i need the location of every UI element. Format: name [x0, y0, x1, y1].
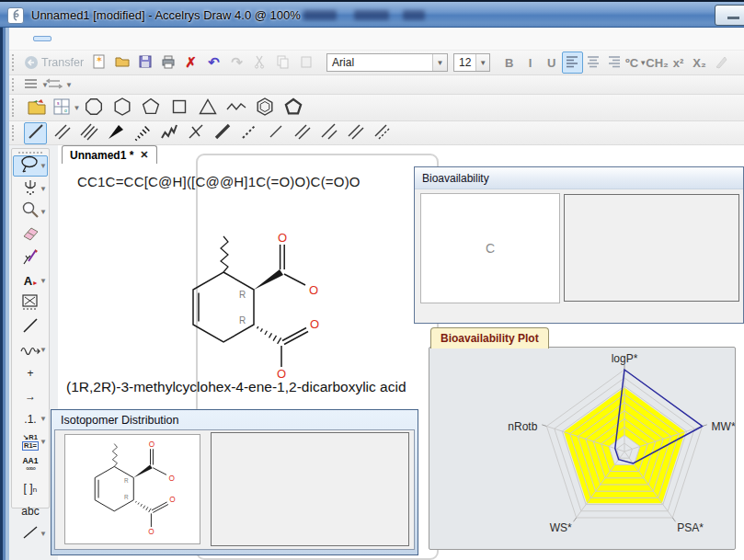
menu-item[interactable]: [74, 36, 92, 41]
radar-axis-label: WS*: [550, 521, 572, 534]
text-tool[interactable]: abc▼: [13, 500, 48, 521]
table-template-icon[interactable]: so▼: [52, 95, 78, 120]
sequence-tool[interactable]: AA1∞∞▼: [13, 454, 48, 475]
wavy-bond-icon[interactable]: [157, 122, 180, 144]
cyclohexane-icon: [111, 96, 133, 120]
chain-icon[interactable]: ▼: [223, 95, 249, 120]
print-icon[interactable]: [156, 51, 179, 74]
cyclohexane-icon[interactable]: ▼: [109, 95, 135, 120]
double-bond-2-icon[interactable]: [344, 122, 367, 144]
toolbar-grip[interactable]: [12, 98, 19, 117]
tab-close-icon[interactable]: ✕: [140, 149, 148, 161]
font-size-select[interactable]: 12 ▼: [453, 53, 490, 72]
document-tab[interactable]: Unnamed1 * ✕: [62, 145, 157, 164]
bold-bond-icon[interactable]: [211, 122, 234, 144]
minimize-button[interactable]: [715, 5, 744, 26]
align-center-icon[interactable]: ▼: [583, 51, 604, 74]
wedge-hash-bond-icon[interactable]: [131, 122, 154, 144]
double-even-bond-icon[interactable]: [291, 122, 314, 144]
wavy-arrow-tool[interactable]: ▼: [13, 339, 48, 360]
single-thin-bond-icon[interactable]: [264, 122, 287, 144]
pen-tool[interactable]: ▼: [13, 247, 48, 269]
plot-tab[interactable]: Bioavailability Plot: [430, 327, 549, 349]
single-bond-tool[interactable]: ▼: [13, 316, 48, 337]
pen-button[interactable]: ▼: [710, 51, 731, 74]
dashed-bond-icon[interactable]: [237, 122, 260, 144]
either-bond-icon[interactable]: [184, 122, 207, 144]
resize-arrows-icon[interactable]: ▼: [47, 74, 70, 96]
transfer-button[interactable]: Transfer: [24, 55, 84, 70]
align-right-icon[interactable]: ▼: [604, 51, 625, 74]
title-bar[interactable]: Unnamed1 [modified] - Accelrys Draw 4.0 …: [0, 0, 744, 28]
save-icon[interactable]: [133, 51, 156, 74]
copy-icon[interactable]: [271, 51, 294, 74]
pen-tool: [20, 246, 40, 269]
align-left-icon[interactable]: ▼: [562, 51, 583, 74]
paste-icon[interactable]: [294, 51, 317, 74]
delete-icon[interactable]: ✗: [179, 51, 202, 74]
chevron-down-icon: ▼: [74, 104, 81, 112]
underline-button[interactable]: U▼: [541, 51, 562, 74]
double-offset-bond-icon: [319, 121, 339, 144]
plus-tool[interactable]: +▼: [13, 362, 48, 383]
font-family-select[interactable]: Arial ▼: [326, 53, 448, 72]
redo-icon[interactable]: ↷: [225, 51, 248, 74]
subscript-button[interactable]: X₂▼: [689, 51, 710, 74]
bioavailability-title-bar[interactable]: Bioavailability: [415, 167, 743, 189]
menu-item[interactable]: [53, 36, 72, 41]
superscript-button[interactable]: x²▼: [668, 51, 689, 74]
open-file-icon[interactable]: [110, 51, 133, 74]
palette-grip[interactable]: [18, 152, 42, 154]
svg-text:O: O: [310, 317, 319, 331]
menu-item[interactable]: [13, 36, 31, 41]
new-document-icon[interactable]: ✶: [87, 51, 110, 74]
fragment-tool[interactable]: ▼: [13, 178, 48, 200]
benzene-icon[interactable]: ▼: [252, 95, 278, 120]
menu-item[interactable]: [33, 36, 52, 41]
double-bond-icon[interactable]: [51, 122, 74, 144]
isotopomer-title-bar[interactable]: Isotopomer Distribution: [54, 411, 415, 429]
rgroup-tool: ↘R1R1=: [22, 434, 39, 451]
lasso-select-tool[interactable]: ▼: [13, 155, 48, 177]
molecule-structure[interactable]: O O O O R R: [184, 225, 322, 386]
chevron-down-icon: ▼: [475, 54, 489, 71]
template-library-icon[interactable]: ▼: [24, 95, 50, 120]
single-bond-icon[interactable]: [24, 122, 47, 144]
smiles-text[interactable]: CC1C=CC[C@H]([C@@H]1C(=O)O)C(=O)O: [77, 174, 361, 189]
line-tool[interactable]: ▼: [13, 523, 48, 544]
menu-item[interactable]: [134, 36, 153, 41]
secondary-toolbar: ▼▼: [9, 75, 744, 95]
cyclooctane-icon[interactable]: ▼: [81, 95, 107, 120]
italic-button[interactable]: I▼: [520, 51, 541, 74]
bracket-tool[interactable]: [ ]ₙ▼: [13, 477, 48, 498]
atom-tool[interactable]: A▸▼: [13, 270, 48, 291]
cyclopropane-icon[interactable]: ▼: [195, 95, 221, 120]
cyclobutane-icon[interactable]: ▼: [166, 95, 192, 120]
single-bond-tool: [20, 315, 40, 338]
ch2-button[interactable]: CH₂▼: [647, 51, 668, 74]
cut-icon[interactable]: [248, 51, 271, 74]
menu-item[interactable]: [94, 36, 112, 41]
condition-button[interactable]: ºC▼: [625, 51, 647, 74]
chevron-down-icon: ▼: [40, 162, 47, 170]
arrow-tool[interactable]: →▼: [13, 385, 48, 406]
zoom-tool[interactable]: ▼: [13, 201, 48, 223]
toolbar-grip[interactable]: [12, 54, 19, 71]
eraser-tool[interactable]: ▼: [13, 224, 48, 246]
double-offset-bond-icon[interactable]: [317, 122, 340, 144]
bold-button[interactable]: B▼: [498, 51, 520, 74]
undo-icon[interactable]: ↶: [202, 51, 225, 74]
toolbar-grip[interactable]: [12, 78, 19, 91]
cyclopentadiene-icon[interactable]: ▼: [280, 95, 306, 120]
sketch-tool[interactable]: ▼: [13, 293, 48, 314]
rgroup-tool[interactable]: ↘R1R1=▼: [13, 431, 48, 452]
bioavailability-results: [564, 194, 739, 302]
triple-bond-icon[interactable]: [77, 122, 100, 144]
wedge-up-bond-icon[interactable]: [104, 122, 127, 144]
cyclopentane-icon[interactable]: ▼: [138, 95, 164, 120]
numbering-tool[interactable]: .1.▼: [13, 408, 48, 429]
compound-name-text[interactable]: (1R,2R)-3-methylcyclohex-4-ene-1,2-dicar…: [66, 379, 406, 395]
aromatic-bond-icon[interactable]: [371, 122, 394, 144]
menu-item[interactable]: [114, 36, 132, 41]
toolbar-grip[interactable]: [12, 125, 19, 142]
